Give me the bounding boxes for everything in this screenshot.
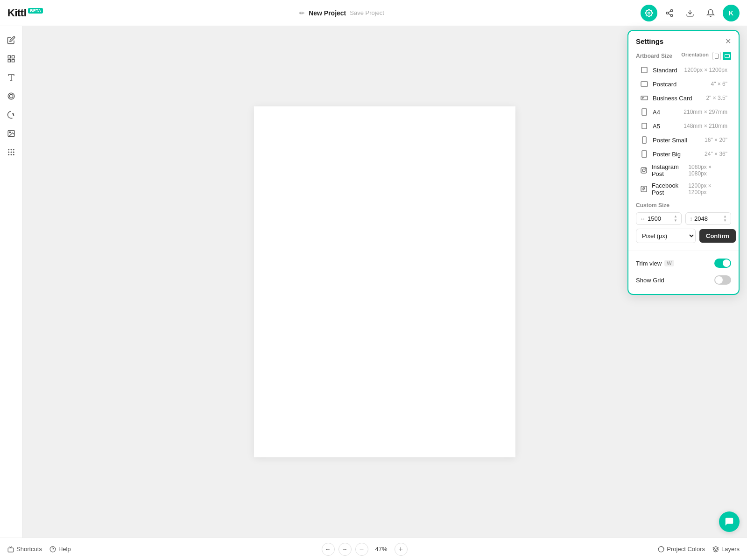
settings-panel: Settings ✕ Artboard Size Orientation Sta… — [627, 30, 740, 295]
trim-view-shortcut: W — [664, 260, 674, 266]
unit-select[interactable]: Pixel (px) Millimeter (mm) Inch (in) — [636, 229, 696, 243]
svg-rect-27 — [641, 82, 648, 86]
user-avatar-button[interactable]: K — [723, 5, 740, 21]
artboard-size-label: Artboard Size Orientation — [628, 50, 739, 63]
show-grid-thumb — [715, 276, 723, 284]
facebook-icon — [640, 184, 648, 194]
shortcuts-button[interactable]: Shortcuts — [7, 546, 42, 553]
uploads-button[interactable] — [3, 125, 20, 142]
width-spinners: ▲ ▼ — [674, 215, 677, 223]
templates-button[interactable] — [3, 50, 20, 67]
width-input[interactable] — [648, 215, 672, 222]
save-project-button[interactable]: Save Project — [350, 9, 384, 16]
size-a5[interactable]: A5 148mm × 210mm — [632, 119, 735, 133]
nav-next-button[interactable]: → — [338, 543, 352, 556]
svg-rect-33 — [642, 137, 646, 143]
size-business-card[interactable]: Business Card 2" × 3.5" — [632, 91, 735, 105]
size-standard[interactable]: Standard 1200px × 1200px — [632, 63, 735, 77]
show-grid-toggle[interactable] — [714, 275, 731, 285]
svg-marker-43 — [713, 546, 719, 549]
svg-point-3 — [670, 14, 673, 17]
shapes-button[interactable] — [3, 88, 20, 105]
height-decrement-button[interactable]: ▼ — [723, 219, 727, 223]
edit-tool-button[interactable] — [3, 32, 20, 49]
svg-rect-31 — [642, 109, 647, 115]
svg-point-19 — [13, 149, 14, 150]
landscape-orientation-button[interactable] — [723, 52, 731, 60]
svg-line-4 — [668, 14, 670, 15]
svg-point-16 — [9, 132, 10, 133]
a4-icon — [640, 107, 649, 117]
project-colors-button[interactable]: Project Colors — [658, 546, 705, 553]
svg-point-18 — [11, 149, 12, 150]
topbar-actions: K — [641, 5, 740, 21]
zoom-in-button[interactable]: + — [395, 543, 408, 556]
svg-point-14 — [9, 94, 13, 98]
portrait-orientation-button[interactable] — [712, 52, 721, 60]
height-spinners: ▲ ▼ — [723, 215, 727, 223]
custom-size-inputs: ↔ ▲ ▼ ↕ ▲ ▼ — [636, 212, 731, 225]
poster-big-icon — [640, 149, 649, 159]
svg-rect-34 — [642, 151, 647, 157]
zoom-level: 47% — [372, 546, 391, 553]
postcard-icon — [640, 79, 649, 89]
custom-size-label: Custom Size — [636, 202, 731, 209]
share-button[interactable] — [661, 5, 678, 21]
confirm-button[interactable]: Confirm — [699, 229, 736, 243]
a5-icon — [640, 121, 649, 131]
trim-view-toggle[interactable] — [714, 259, 731, 268]
svg-rect-7 — [8, 56, 10, 58]
svg-rect-32 — [642, 123, 647, 129]
bottombar-left: Shortcuts Help — [7, 546, 71, 553]
width-input-wrap: ↔ ▲ ▼ — [636, 212, 682, 225]
trim-view-thumb — [723, 259, 730, 267]
instagram-icon — [640, 166, 648, 175]
download-button[interactable] — [682, 5, 698, 21]
notifications-button[interactable] — [702, 5, 719, 21]
width-icon: ↔ — [640, 216, 646, 222]
settings-button[interactable] — [641, 5, 657, 21]
svg-point-21 — [11, 152, 12, 153]
nav-prev-button[interactable]: ← — [322, 543, 335, 556]
trim-view-label: Trim view W — [636, 260, 674, 267]
svg-rect-9 — [12, 60, 14, 62]
svg-point-20 — [8, 152, 9, 153]
size-facebook-post[interactable]: Facebook Post 1200px × 1200px — [632, 180, 735, 198]
show-grid-row: Show Grid — [628, 272, 739, 288]
height-input-wrap: ↕ ▲ ▼ — [685, 212, 731, 225]
size-postcard[interactable]: Postcard 4" × 6" — [632, 77, 735, 91]
size-poster-small[interactable]: Poster Small 16" × 20" — [632, 133, 735, 147]
app-name: Kittl — [7, 7, 26, 19]
svg-point-0 — [648, 12, 650, 14]
svg-rect-26 — [641, 67, 647, 73]
size-a4[interactable]: A4 210mm × 297mm — [632, 105, 735, 119]
svg-rect-10 — [8, 60, 10, 62]
show-grid-label: Show Grid — [636, 277, 664, 284]
settings-title: Settings — [636, 37, 663, 45]
settings-close-button[interactable]: ✕ — [725, 38, 731, 45]
apps-button[interactable] — [3, 144, 20, 161]
beta-badge: BETA — [28, 8, 43, 14]
svg-rect-39 — [8, 548, 14, 552]
chat-bubble-button[interactable] — [719, 511, 740, 532]
width-decrement-button[interactable]: ▼ — [674, 219, 677, 223]
svg-line-5 — [668, 11, 670, 12]
layers-button[interactable]: Layers — [712, 546, 740, 553]
svg-point-23 — [8, 154, 9, 155]
help-button[interactable]: Help — [49, 546, 71, 553]
svg-rect-28 — [641, 96, 648, 100]
illustrations-button[interactable] — [3, 106, 20, 123]
text-button[interactable] — [3, 69, 20, 86]
svg-point-37 — [645, 168, 646, 169]
height-input[interactable] — [694, 215, 721, 222]
settings-header: Settings ✕ — [628, 31, 739, 50]
width-increment-button[interactable]: ▲ — [674, 215, 677, 218]
size-instagram-post[interactable]: Instagram Post 1080px × 1080px — [632, 161, 735, 180]
poster-small-icon — [640, 135, 649, 145]
logo: Kittl BETA — [7, 7, 43, 19]
size-poster-big[interactable]: Poster Big 24" × 36" — [632, 147, 735, 161]
height-increment-button[interactable]: ▲ — [723, 215, 727, 218]
orientation-icons: Orientation — [681, 52, 731, 60]
zoom-out-button[interactable]: − — [355, 543, 368, 556]
standard-icon — [640, 65, 649, 75]
